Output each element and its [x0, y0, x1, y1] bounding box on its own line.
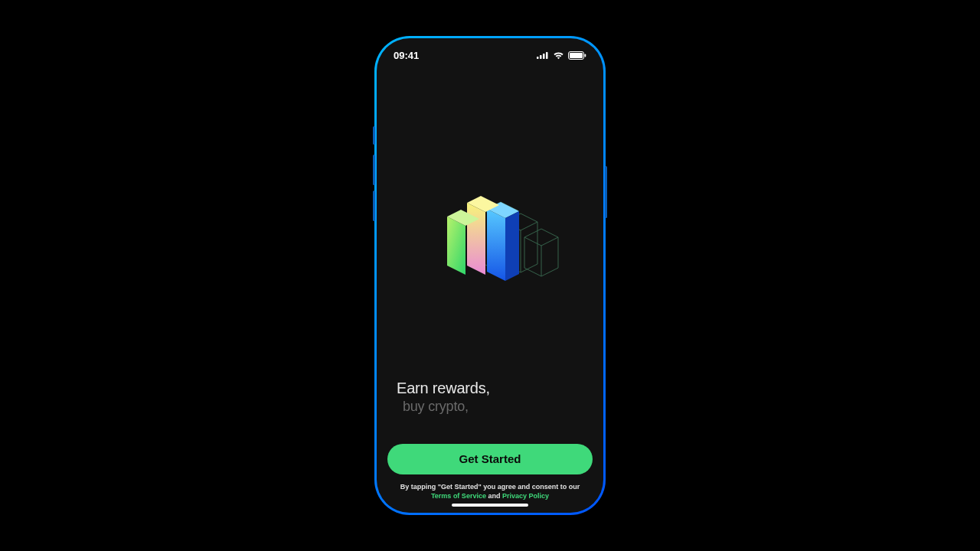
onboarding-content: Earn rewards, buy crypto, Get Started By… [377, 72, 603, 513]
terms-of-service-link[interactable]: Terms of Service [431, 492, 486, 500]
legal-text: By tapping "Get Started" you agree and c… [387, 482, 593, 500]
tagline: Earn rewards, buy crypto, [387, 380, 593, 444]
home-indicator[interactable] [452, 504, 528, 507]
svg-rect-0 [537, 57, 539, 59]
battery-icon [568, 51, 586, 60]
legal-and: and [486, 492, 502, 500]
privacy-policy-link[interactable]: Privacy Policy [502, 492, 549, 500]
tagline-line-2: buy crypto, [397, 399, 583, 415]
get-started-button[interactable]: Get Started [387, 444, 593, 474]
status-time: 09:41 [394, 50, 419, 61]
svg-rect-3 [546, 52, 548, 59]
phone-frame: 09:41 [374, 36, 606, 515]
phone-power-button [605, 166, 607, 218]
stage: 09:41 [0, 0, 980, 551]
svg-rect-2 [543, 54, 545, 59]
phone-screen: 09:41 [377, 38, 603, 513]
svg-rect-1 [540, 55, 542, 59]
status-indicators [537, 51, 586, 60]
signal-icon [537, 51, 549, 59]
legal-prefix: By tapping "Get Started" you agree and c… [400, 483, 580, 491]
hero-illustration [387, 72, 593, 380]
status-bar: 09:41 [377, 38, 603, 72]
tagline-line-1: Earn rewards, [397, 380, 583, 397]
svg-rect-6 [585, 54, 586, 57]
svg-rect-5 [570, 53, 583, 58]
phone-volume-up [373, 155, 375, 185]
phone-volume-down [373, 191, 375, 221]
phone-mute-switch [373, 126, 375, 145]
wifi-icon [553, 51, 564, 60]
